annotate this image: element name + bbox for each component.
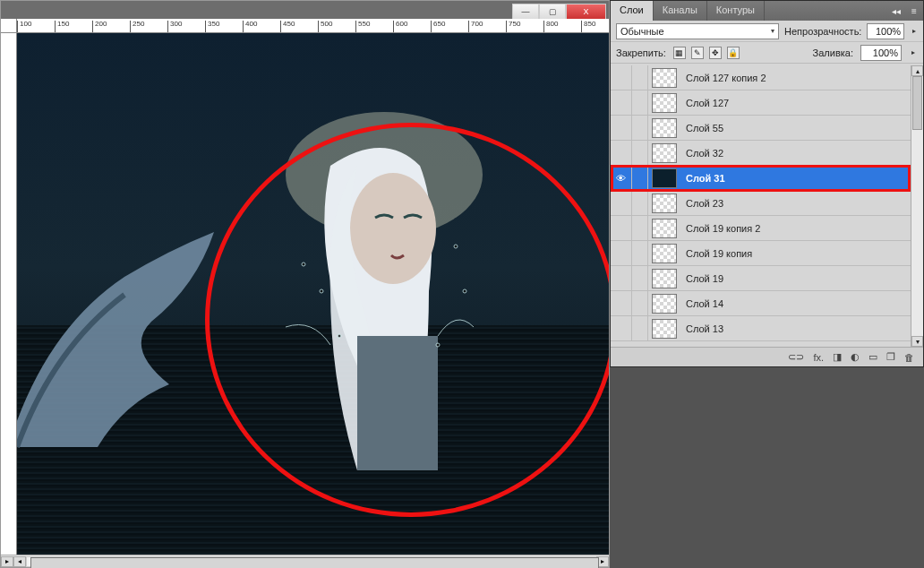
link-col[interactable] (632, 116, 648, 140)
annotation-circle (205, 123, 609, 517)
scroll-left-button[interactable]: ▸ (1, 556, 13, 567)
group-icon[interactable]: ▭ (868, 351, 877, 363)
visibility-toggle[interactable] (611, 90, 632, 115)
link-col[interactable] (632, 65, 648, 90)
new-layer-icon[interactable]: ❐ (886, 351, 895, 363)
minimize-button[interactable]: — (512, 4, 539, 20)
maximize-button[interactable]: ▢ (539, 4, 566, 20)
adjustment-icon[interactable]: ◐ (851, 351, 860, 363)
link-col[interactable] (632, 166, 648, 190)
canvas-viewport[interactable] (17, 33, 609, 555)
layer-thumbnail[interactable] (652, 143, 677, 163)
artwork-tail (17, 223, 223, 456)
lock-icons: ▦ ✎ ✥ 🔒 (673, 47, 740, 59)
visibility-toggle[interactable] (611, 216, 632, 240)
visibility-toggle[interactable] (611, 65, 632, 90)
fx-icon[interactable]: fx. (813, 352, 824, 363)
link-col[interactable] (632, 316, 648, 340)
layer-row[interactable]: Слой 127 (611, 90, 923, 116)
ruler-tick: 500 (318, 21, 332, 33)
ruler-tick: 550 (355, 21, 370, 33)
layer-row[interactable]: Слой 14 (611, 291, 923, 316)
scroll-track[interactable] (26, 556, 596, 567)
link-col[interactable] (632, 266, 648, 290)
layer-name: Слой 127 (680, 98, 911, 108)
blend-opacity-row: Обычные ▾ Непрозрачность: 100% ▸ (611, 21, 923, 42)
panel-footer: ⊂⊃ fx. ◨ ◐ ▭ ❐ 🗑 (611, 347, 923, 366)
layer-scrollbar[interactable]: ▴ ▾ (911, 65, 923, 347)
ruler-vertical[interactable] (1, 33, 17, 555)
layer-row[interactable]: Слой 127 копия 2 (611, 65, 923, 90)
layer-row[interactable]: Слой 55 (611, 116, 923, 141)
layer-name: Слой 19 (680, 273, 911, 284)
lock-transparent-icon[interactable]: ▦ (673, 47, 686, 59)
opacity-label: Непрозрачность: (784, 26, 861, 37)
layer-row[interactable]: Слой 23 (611, 191, 923, 216)
layer-thumbnail[interactable] (652, 244, 677, 263)
close-button[interactable]: X (566, 4, 606, 20)
layer-row[interactable]: Слой 19 копия (611, 241, 923, 266)
scroll-up-icon[interactable]: ▴ (911, 65, 923, 76)
layer-row[interactable]: Слой 13 (611, 316, 923, 341)
layer-row[interactable]: 👁Слой 31 (611, 166, 923, 191)
visibility-toggle[interactable]: 👁 (611, 166, 632, 190)
layer-thumbnail[interactable] (652, 168, 677, 188)
layer-thumbnail[interactable] (652, 294, 677, 314)
visibility-toggle[interactable] (611, 141, 632, 165)
layer-thumbnail[interactable] (652, 93, 677, 113)
ruler-tick: 700 (468, 21, 483, 33)
link-col[interactable] (632, 291, 648, 315)
visibility-toggle[interactable] (611, 316, 632, 340)
panel-menu-icon[interactable]: ≡ (905, 1, 923, 21)
visibility-toggle[interactable] (611, 191, 632, 215)
link-col[interactable] (632, 241, 648, 265)
visibility-toggle[interactable] (611, 116, 632, 140)
ruler-tick: 300 (167, 21, 182, 33)
visibility-toggle[interactable] (611, 266, 632, 290)
collapse-icon[interactable]: ◂◂ (887, 1, 905, 21)
layer-thumbnail[interactable] (652, 219, 677, 238)
link-col[interactable] (632, 141, 648, 165)
layers-panel: Слои Каналы Контуры ◂◂ ≡ Обычные ▾ Непро… (610, 0, 924, 367)
layer-thumbnail[interactable] (652, 68, 677, 88)
trash-icon[interactable]: 🗑 (904, 352, 914, 363)
ruler-tick: 150 (55, 21, 69, 33)
layer-thumbnail[interactable] (652, 319, 677, 339)
link-layers-icon[interactable]: ⊂⊃ (788, 351, 804, 363)
layer-row[interactable]: Слой 19 (611, 266, 923, 291)
opacity-flyout-icon[interactable]: ▸ (910, 23, 918, 39)
layer-thumbnail[interactable] (652, 118, 677, 138)
chevron-down-icon: ▾ (771, 27, 774, 35)
horizontal-scrollbar[interactable]: ▸ ◂ ▸ (1, 555, 609, 567)
ruler-origin[interactable] (1, 19, 17, 33)
link-col[interactable] (632, 216, 648, 240)
layer-thumbnail[interactable] (652, 194, 677, 213)
fill-input[interactable]: 100% (860, 45, 902, 61)
tab-channels[interactable]: Каналы (654, 1, 707, 21)
mask-icon[interactable]: ◨ (833, 351, 842, 363)
lock-position-icon[interactable]: ✥ (709, 47, 722, 59)
lock-pixels-icon[interactable]: ✎ (691, 47, 704, 59)
scroll-left-arrow[interactable]: ◂ (13, 556, 26, 567)
layer-scroll-thumb[interactable] (912, 76, 922, 130)
lock-all-icon[interactable]: 🔒 (727, 47, 740, 59)
ruler-tick: 400 (243, 21, 257, 33)
scroll-down-icon[interactable]: ▾ (911, 336, 923, 347)
tab-paths[interactable]: Контуры (707, 1, 765, 21)
layer-row[interactable]: Слой 32 (611, 141, 923, 166)
scroll-thumb[interactable] (30, 557, 599, 569)
opacity-input[interactable]: 100% (867, 23, 904, 39)
tab-layers[interactable]: Слои (611, 1, 654, 21)
document-window: — ▢ X 1001502002503003504004505005506006… (0, 0, 610, 568)
layer-row[interactable]: Слой 19 копия 2 (611, 216, 923, 241)
link-col[interactable] (632, 191, 648, 215)
link-col[interactable] (632, 90, 648, 115)
layer-name: Слой 127 копия 2 (680, 73, 911, 83)
fill-flyout-icon[interactable]: ▸ (909, 45, 918, 61)
ruler-tick: 450 (280, 21, 295, 33)
ruler-horizontal[interactable]: 1001502002503003504004505005506006507007… (17, 19, 609, 33)
visibility-toggle[interactable] (611, 241, 632, 265)
layer-thumbnail[interactable] (652, 269, 677, 288)
visibility-toggle[interactable] (611, 291, 632, 315)
blend-mode-dropdown[interactable]: Обычные ▾ (616, 23, 779, 39)
